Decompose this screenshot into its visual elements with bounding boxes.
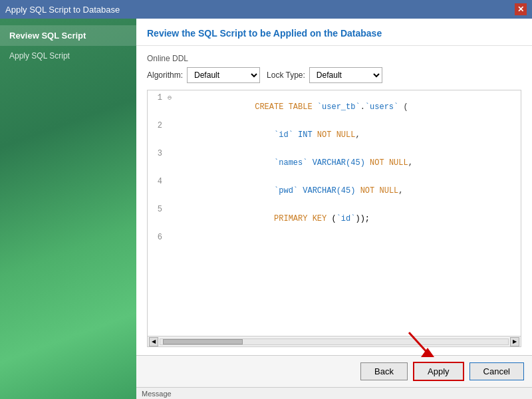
sql-code-inner[interactable]: 1 ⊖ CREATE TABLE `user_tb`.`users` ( 2 bbox=[148, 90, 521, 336]
line-content: `pwd` VARCHAR(45) NOT NULL, bbox=[178, 177, 521, 205]
line-number: 4 bbox=[148, 177, 168, 186]
apply-button[interactable]: Apply bbox=[413, 362, 464, 381]
back-button[interactable]: Back bbox=[360, 362, 408, 380]
line-number: 5 bbox=[148, 205, 168, 214]
sidebar-item-apply-sql[interactable]: Apply SQL Script bbox=[0, 46, 136, 66]
horizontal-scrollbar[interactable]: ◀ ▶ bbox=[148, 336, 521, 346]
dialog-body: Review SQL Script Apply SQL Script Revie… bbox=[0, 19, 532, 399]
scroll-left-btn[interactable]: ◀ bbox=[149, 337, 158, 346]
locktype-label: Lock Type: bbox=[267, 70, 305, 80]
content-header: Review the SQL Script to be Applied on t… bbox=[136, 19, 532, 46]
message-text: Message bbox=[142, 390, 172, 398]
bottom-bar: Back Apply Cancel bbox=[136, 355, 532, 387]
algorithm-group: Algorithm: Default Inplace Copy bbox=[147, 67, 260, 83]
line-content: CREATE TABLE `user_tb`.`users` ( bbox=[178, 93, 521, 121]
sql-code-container: 1 ⊖ CREATE TABLE `user_tb`.`users` ( 2 bbox=[147, 90, 521, 347]
algorithm-label: Algorithm: bbox=[147, 70, 183, 80]
sidebar-item-review-sql[interactable]: Review SQL Script bbox=[0, 25, 136, 46]
locktype-select[interactable]: Default None Shared Exclusive bbox=[309, 67, 382, 83]
line-number: 1 bbox=[148, 93, 168, 102]
code-line: 2 `id` INT NOT NULL, bbox=[148, 121, 521, 149]
scroll-thumb[interactable] bbox=[163, 339, 243, 344]
sidebar: Review SQL Script Apply SQL Script bbox=[0, 19, 136, 399]
code-line: 5 PRIMARY KEY (`id`)); bbox=[148, 205, 521, 233]
line-content: PRIMARY KEY (`id`)); bbox=[178, 205, 521, 233]
online-ddl-label: Online DDL bbox=[147, 54, 521, 63]
online-ddl-section: Online DDL Algorithm: Default Inplace Co… bbox=[147, 54, 521, 83]
code-line: 6 bbox=[148, 233, 521, 246]
line-number: 6 bbox=[148, 233, 168, 242]
line-content: `names` VARCHAR(45) NOT NULL, bbox=[178, 149, 521, 177]
content-main: Online DDL Algorithm: Default Inplace Co… bbox=[136, 46, 532, 355]
close-button[interactable]: ✕ bbox=[515, 3, 527, 15]
cancel-button[interactable]: Cancel bbox=[469, 362, 524, 380]
locktype-group: Lock Type: Default None Shared Exclusive bbox=[267, 67, 382, 83]
minus-icon: ⊖ bbox=[168, 94, 178, 102]
title-bar-text: Apply SQL Script to Database bbox=[5, 5, 120, 15]
code-line: 3 `names` VARCHAR(45) NOT NULL, bbox=[148, 149, 521, 177]
algorithm-select[interactable]: Default Inplace Copy bbox=[187, 67, 260, 83]
scroll-track[interactable] bbox=[160, 338, 509, 345]
content-area: Review the SQL Script to be Applied on t… bbox=[136, 19, 532, 399]
code-line: 4 `pwd` VARCHAR(45) NOT NULL, bbox=[148, 177, 521, 205]
content-title: Review the SQL Script to be Applied on t… bbox=[147, 28, 521, 39]
title-bar: Apply SQL Script to Database ✕ bbox=[0, 0, 532, 19]
ddl-controls: Algorithm: Default Inplace Copy Lock Typ… bbox=[147, 67, 521, 83]
code-line: 1 ⊖ CREATE TABLE `user_tb`.`users` ( bbox=[148, 93, 521, 121]
line-content bbox=[178, 233, 521, 242]
message-bar: Message bbox=[136, 387, 532, 399]
line-number: 2 bbox=[148, 121, 168, 130]
line-number: 3 bbox=[148, 149, 168, 158]
dialog-wrapper: Apply SQL Script to Database ✕ Review SQ… bbox=[0, 0, 532, 399]
scroll-right-btn[interactable]: ▶ bbox=[510, 337, 519, 346]
line-content: `id` INT NOT NULL, bbox=[178, 121, 521, 149]
